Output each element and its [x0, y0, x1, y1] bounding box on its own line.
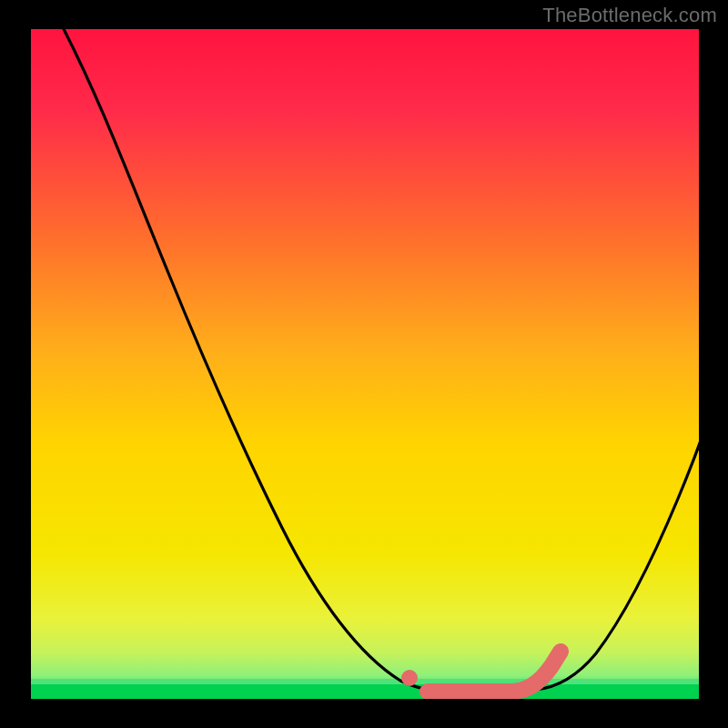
- optimal-band-edge: [31, 679, 699, 684]
- plot-background: [31, 29, 699, 699]
- chart-svg: [0, 0, 728, 728]
- watermark-text: TheBottleneck.com: [542, 4, 717, 27]
- highlight-dot: [401, 670, 418, 686]
- optimal-band: [31, 684, 699, 699]
- chart-stage: TheBottleneck.com: [0, 0, 728, 728]
